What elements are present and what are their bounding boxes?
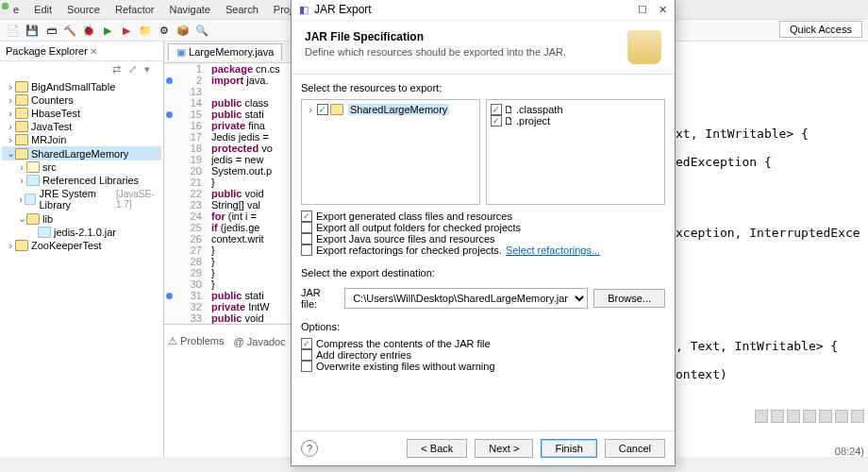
checkbox-icon[interactable] bbox=[301, 222, 312, 233]
checkbox-icon[interactable] bbox=[301, 233, 312, 244]
project-icon bbox=[15, 240, 28, 251]
project-icon bbox=[15, 94, 28, 106]
jar-file-label: JAR file: bbox=[301, 287, 339, 310]
select-refactorings-link[interactable]: Select refactorings... bbox=[506, 244, 600, 256]
checkbox-icon[interactable] bbox=[301, 361, 312, 372]
menu-item[interactable]: Search bbox=[218, 2, 266, 17]
search-icon[interactable]: 🔍 bbox=[193, 22, 210, 39]
export-option[interactable]: Export generated class files and resourc… bbox=[301, 211, 665, 222]
menu-icon[interactable]: ▾ bbox=[144, 63, 158, 76]
export-option[interactable]: Add directory entries bbox=[301, 349, 665, 361]
maximize-icon[interactable]: ☐ bbox=[638, 4, 647, 16]
project-item[interactable]: ›BigAndSmallTable bbox=[2, 80, 161, 93]
save-icon[interactable]: 💾 bbox=[24, 22, 41, 39]
jar-export-dialog: ◧ JAR Export ☐ ✕ JAR File Specification … bbox=[291, 0, 676, 466]
select-resources-label: Select the resources to export: bbox=[301, 82, 665, 93]
finish-button[interactable]: Finish bbox=[541, 439, 596, 458]
close-view-icon[interactable]: ✕ bbox=[90, 46, 97, 57]
debug-icon[interactable]: 🐞 bbox=[80, 22, 97, 39]
next-button[interactable]: Next > bbox=[475, 439, 533, 458]
library-icon bbox=[26, 175, 40, 186]
run-ext-icon[interactable]: ▶ bbox=[118, 22, 135, 39]
project-item[interactable]: ›MRJoin bbox=[2, 133, 161, 146]
menu-item[interactable]: Source bbox=[59, 2, 108, 17]
checkbox-icon[interactable] bbox=[317, 104, 328, 115]
help-icon[interactable]: ? bbox=[301, 440, 318, 457]
menu-item[interactable]: e bbox=[6, 2, 26, 17]
project-item[interactable]: ›Counters bbox=[2, 93, 161, 107]
menu-item[interactable]: Edit bbox=[26, 2, 59, 17]
checkbox-icon[interactable] bbox=[301, 244, 312, 256]
package-icon[interactable]: 📦 bbox=[175, 22, 192, 39]
tool-icon[interactable]: 🔨 bbox=[61, 22, 78, 39]
javadoc-tab[interactable]: @ Javadoc bbox=[234, 336, 286, 347]
project-item-selected[interactable]: ⌄SharedLargeMemory bbox=[2, 146, 161, 160]
removeall-icon[interactable] bbox=[771, 410, 784, 423]
export-option[interactable]: Export all output folders for checked pr… bbox=[301, 222, 665, 233]
checkbox-icon[interactable] bbox=[301, 338, 312, 349]
clear-icon[interactable] bbox=[803, 410, 816, 423]
problems-tab[interactable]: ⚠ Problems bbox=[168, 335, 225, 347]
file-icon: 🗋 bbox=[504, 104, 514, 115]
library-icon bbox=[25, 194, 36, 205]
dialog-titlebar[interactable]: ◧ JAR Export ☐ ✕ bbox=[292, 0, 675, 21]
right-editor-peek: xt, IntWritable> { edException { xceptio… bbox=[674, 42, 868, 457]
lib-folder[interactable]: ⌄lib bbox=[2, 211, 161, 226]
src-folder[interactable]: ›src bbox=[2, 160, 161, 174]
quick-access[interactable]: Quick Access bbox=[779, 21, 862, 38]
referenced-libraries[interactable]: ›Referenced Libraries bbox=[2, 174, 161, 187]
collapse-icon[interactable]: ⇄ bbox=[112, 63, 125, 76]
editor-tab[interactable]: ▣ LargeMemory.java bbox=[168, 43, 282, 60]
terminate-icon[interactable] bbox=[787, 410, 800, 423]
close-icon[interactable]: ✕ bbox=[659, 4, 667, 16]
dialog-subtext: Define which resources should be exporte… bbox=[305, 46, 566, 58]
checkbox-icon[interactable] bbox=[301, 349, 312, 361]
lock-icon[interactable] bbox=[835, 410, 848, 423]
project-item[interactable]: ›ZooKeeperTest bbox=[2, 239, 161, 252]
jar-icon bbox=[38, 227, 51, 238]
display-icon[interactable] bbox=[851, 410, 864, 423]
new-icon[interactable]: 📄 bbox=[5, 22, 22, 39]
project-icon bbox=[330, 104, 343, 115]
project-icon bbox=[15, 134, 28, 145]
package-explorer: Package Explorer ✕ ⇄ ⤢ ▾ ›BigAndSmallTab… bbox=[0, 42, 164, 457]
checkbox-icon[interactable] bbox=[491, 104, 502, 115]
run-icon[interactable]: ▶ bbox=[99, 22, 116, 39]
dialog-title: JAR Export bbox=[314, 3, 372, 16]
menu-item[interactable]: Navigate bbox=[162, 2, 218, 17]
file-icon: 🗋 bbox=[504, 115, 514, 126]
browse-button[interactable]: Browse... bbox=[593, 289, 665, 308]
project-icon bbox=[15, 148, 28, 160]
dest-label: Select the export destination: bbox=[301, 267, 665, 278]
back-button[interactable]: < Back bbox=[407, 439, 467, 458]
export-option[interactable]: Compress the contents of the JAR file bbox=[301, 338, 665, 349]
project-icon bbox=[15, 121, 28, 132]
status-time: 08:24) bbox=[835, 446, 864, 457]
pin-icon[interactable] bbox=[819, 410, 832, 423]
export-option[interactable]: Overwrite existing files without warning bbox=[301, 361, 665, 372]
export-option[interactable]: Export Java source files and resources bbox=[301, 233, 665, 244]
cancel-button[interactable]: Cancel bbox=[605, 439, 665, 458]
remove-icon[interactable] bbox=[755, 410, 768, 423]
export-option[interactable]: Export refactorings for checked projects… bbox=[301, 244, 665, 256]
folder-icon bbox=[26, 213, 40, 225]
jar-path-field[interactable]: C:\Users\Will\Desktop\SharedLargeMemory.… bbox=[344, 288, 588, 309]
jar-file[interactable]: jedis-2.1.0.jar bbox=[2, 226, 161, 239]
saveall-icon[interactable]: 🗃 bbox=[42, 22, 59, 39]
checkbox-icon[interactable] bbox=[301, 211, 312, 222]
menu-item[interactable]: Refactor bbox=[108, 2, 162, 17]
src-icon bbox=[26, 161, 40, 173]
jre-library[interactable]: ›JRE System Library [JavaSE-1.7] bbox=[2, 187, 161, 211]
project-item[interactable]: ›JavaTest bbox=[2, 120, 161, 133]
generate-icon[interactable]: ⚙ bbox=[156, 22, 173, 39]
folder-icon[interactable]: 📁 bbox=[137, 22, 154, 39]
resource-files[interactable]: 🗋 .classpath 🗋 .project bbox=[486, 99, 665, 205]
eclipse-icon: ◧ bbox=[299, 4, 309, 16]
checkbox-icon[interactable] bbox=[491, 115, 502, 126]
resource-tree[interactable]: › SharedLargeMemory bbox=[301, 99, 480, 205]
project-item[interactable]: ›HbaseTest bbox=[2, 107, 161, 120]
dialog-heading: JAR File Specification bbox=[305, 30, 566, 43]
link-icon[interactable]: ⤢ bbox=[128, 63, 142, 76]
options-label: Options: bbox=[301, 321, 665, 332]
jar-large-icon bbox=[627, 30, 661, 64]
